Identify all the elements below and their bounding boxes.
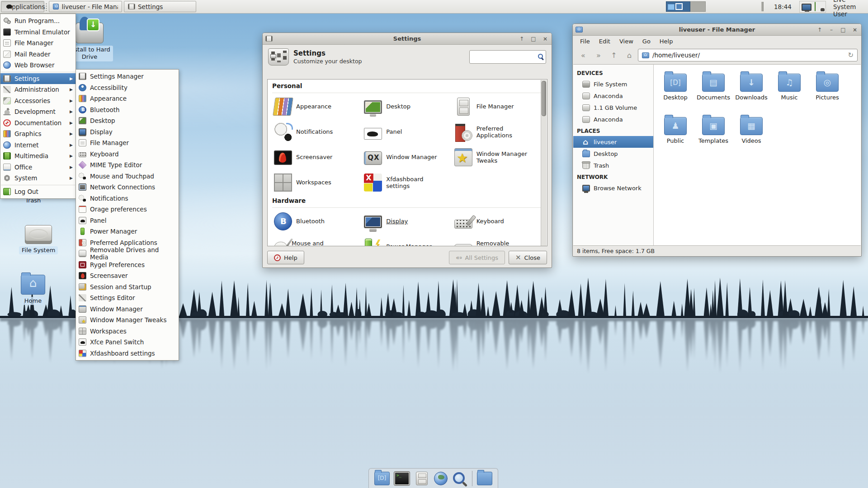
minimize-button[interactable]: – [828, 27, 835, 33]
close-button[interactable]: ✕Close [509, 251, 547, 264]
folder-public[interactable]: Public [656, 114, 694, 158]
shade-button[interactable]: ↑ [816, 27, 823, 33]
search-icon[interactable] [452, 472, 467, 485]
tile-window-manager-tweaks[interactable]: Window Manager Tweaks [453, 145, 542, 170]
submenu-item-settings-manager[interactable]: Settings Manager [76, 71, 179, 82]
all-settings-button[interactable]: «∘All Settings [449, 251, 505, 264]
folder-desktop[interactable]: Desktop [656, 71, 694, 114]
tile-power-manager[interactable]: Power Manager [362, 234, 452, 246]
folder-documents[interactable]: Documents [694, 71, 732, 114]
submenu-item-xfce-panel-switch[interactable]: Xfce Panel Switch [76, 337, 179, 348]
submenu-item-bluetooth[interactable]: Bluetooth [76, 104, 179, 116]
tile-bluetooth[interactable]: Bluetooth [272, 209, 362, 234]
submenu-item-file-manager[interactable]: File Manager [76, 137, 179, 149]
submenu-item-desktop[interactable]: Desktop [76, 115, 179, 127]
settings-titlebar[interactable]: Settings ↑ □ × [263, 33, 552, 45]
submenu-item-orage[interactable]: Orage preferences [76, 204, 179, 215]
submenu-item-window-manager-tweaks[interactable]: Window Manager Tweaks [76, 314, 179, 326]
desktop-icon-filesystem[interactable]: File System [19, 225, 58, 254]
tile-preferred-applications[interactable]: Preferred Applications [453, 119, 542, 145]
applications-menu-button[interactable]: Applications [1, 1, 44, 12]
menu-item-terminal[interactable]: Terminal Emulator [0, 27, 75, 38]
menu-item-graphics[interactable]: Graphics▶ [0, 128, 75, 140]
menu-item-office[interactable]: Office▶ [0, 162, 75, 173]
menu-item-log-out[interactable]: Log Out [0, 186, 75, 197]
scrollbar[interactable] [541, 80, 547, 246]
up-button[interactable]: ↑ [607, 49, 621, 61]
folder-icon[interactable] [477, 472, 492, 485]
home-button[interactable]: ⌂ [623, 49, 636, 61]
menu-item-development[interactable]: Development▶ [0, 106, 75, 117]
tile-desktop[interactable]: Desktop [362, 94, 452, 119]
submenu-item-mouse-touchpad[interactable]: Mouse and Touchpad [76, 171, 179, 182]
submenu-item-keyboard[interactable]: Keyboard [76, 149, 179, 160]
menu-item-web-browser[interactable]: Web Browser [0, 60, 75, 71]
search-input[interactable] [473, 54, 534, 61]
sidebar-item-trash[interactable]: Trash [573, 160, 653, 171]
sidebar-item-browse-network[interactable]: Browse Network [573, 182, 653, 194]
power-tray-icon[interactable] [815, 2, 816, 11]
taskbar-button-settings[interactable]: Settings [124, 1, 196, 12]
menu-item-internet[interactable]: Internet▶ [0, 140, 75, 151]
menu-help[interactable]: Help [656, 37, 677, 46]
terminal-icon[interactable] [394, 472, 410, 485]
tile-panel[interactable]: Panel [362, 119, 452, 145]
folder-templates[interactable]: Templates [694, 114, 732, 158]
tile-window-manager[interactable]: Window Manager [362, 145, 452, 170]
menu-item-file-manager[interactable]: File Manager [0, 38, 75, 49]
web-browser-icon[interactable] [434, 472, 448, 485]
submenu-item-notifications[interactable]: Notifications [76, 193, 179, 204]
tile-workspaces[interactable]: Workspaces [272, 170, 362, 195]
reload-icon[interactable]: ↻ [848, 51, 854, 59]
clock[interactable]: 18:44 [774, 0, 792, 14]
folder-downloads[interactable]: Downloads [732, 71, 770, 114]
submenu-item-session-startup[interactable]: Session and Startup [76, 282, 179, 293]
submenu-item-network[interactable]: Network Connections [76, 182, 179, 193]
workspace-1-active[interactable] [666, 1, 690, 12]
menu-go[interactable]: Go [639, 37, 654, 46]
submenu-item-power-manager[interactable]: Power Manager [76, 226, 179, 237]
sidebar-item-liveuser[interactable]: liveuser [573, 136, 653, 148]
path-bar[interactable]: /home/liveuser/ ↻ [638, 49, 858, 61]
close-button[interactable]: × [851, 27, 859, 33]
close-button[interactable]: × [542, 36, 549, 42]
sidebar-item-desktop[interactable]: Desktop [573, 148, 653, 160]
submenu-item-accessibility[interactable]: Accessibility [76, 82, 179, 94]
workspace-pager[interactable] [666, 1, 706, 12]
back-button[interactable]: « [576, 49, 590, 61]
submenu-item-display[interactable]: Display [76, 127, 179, 138]
menu-item-administration[interactable]: Administration▶ [0, 84, 75, 95]
tile-appearance[interactable]: Appearance [272, 94, 362, 119]
maximize-button[interactable]: □ [840, 27, 847, 33]
menu-item-accessories[interactable]: Accessories▶ [0, 95, 75, 107]
tile-mouse-touchpad[interactable]: Mouse and Touchpad [272, 234, 362, 246]
tile-removable-drives[interactable]: Removable Drives and Media [453, 234, 542, 246]
sidebar-item-anaconda-1[interactable]: Anaconda [573, 90, 653, 102]
tile-display[interactable]: Display [362, 209, 452, 234]
submenu-item-workspaces[interactable]: Workspaces [76, 326, 179, 337]
menu-item-system[interactable]: System▶ [0, 173, 75, 184]
search-icon[interactable] [538, 54, 543, 59]
help-button[interactable]: Help [267, 251, 304, 264]
workspace-2[interactable] [690, 1, 706, 12]
taskbar-button-file-manager[interactable]: liveuser - File Manager [49, 1, 122, 12]
tile-file-manager[interactable]: File Manager [453, 94, 542, 119]
folder-music[interactable]: Music [770, 71, 808, 114]
file-manager-titlebar[interactable]: liveuser - File Manager ↑ – □ × [573, 24, 861, 36]
tile-keyboard[interactable]: Keyboard [453, 209, 542, 234]
sidebar-item-volume[interactable]: 1.1 GB Volume [573, 102, 653, 113]
submenu-item-appearance[interactable]: Appearance [76, 93, 179, 104]
forward-button[interactable]: » [592, 49, 605, 61]
desktop-icon-home[interactable]: Home [21, 275, 45, 305]
display-tray-icon[interactable] [802, 4, 811, 11]
menu-item-documentation[interactable]: Documentation▶ [0, 117, 75, 129]
shade-button[interactable]: ↑ [518, 36, 525, 42]
menu-view[interactable]: View [616, 37, 637, 46]
submenu-item-rygel[interactable]: Rygel Preferences [76, 259, 179, 271]
submenu-item-screensaver[interactable]: Screensaver [76, 270, 179, 282]
tile-xfdashboard[interactable]: Xfdashboard settings [362, 170, 452, 195]
menu-item-multimedia[interactable]: Multimedia▶ [0, 150, 75, 162]
show-desktop-icon[interactable] [374, 472, 390, 485]
sidebar-item-anaconda-2[interactable]: Anaconda [573, 113, 653, 125]
menu-item-mail-reader[interactable]: Mail Reader [0, 49, 75, 60]
